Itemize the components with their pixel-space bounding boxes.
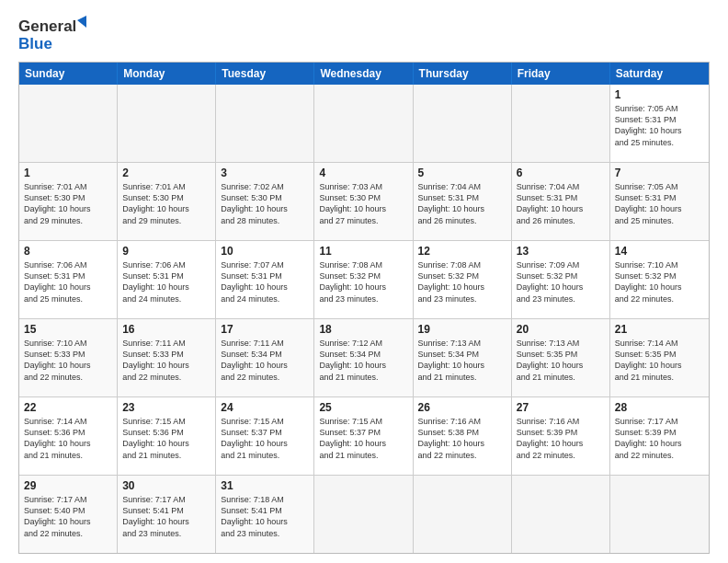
calendar-row: 1Sunrise: 7:01 AMSunset: 5:30 PMDaylight… [19, 163, 709, 241]
day-cell: 28Sunrise: 7:17 AMSunset: 5:39 PMDayligh… [610, 397, 709, 475]
day-cell: 31Sunrise: 7:18 AMSunset: 5:41 PMDayligh… [216, 476, 314, 553]
day-number: 22 [24, 400, 112, 415]
day-number: 13 [517, 244, 605, 259]
day-cell: 21Sunrise: 7:14 AMSunset: 5:35 PMDayligh… [610, 319, 709, 396]
weekday-header: Friday [512, 63, 610, 85]
empty-cell [414, 476, 512, 553]
day-cell: 1Sunrise: 7:05 AMSunset: 5:31 PMDaylight… [610, 85, 709, 162]
day-number: 16 [122, 322, 210, 337]
empty-cell [414, 85, 512, 162]
day-info: Sunrise: 7:06 AMSunset: 5:31 PMDaylight:… [122, 259, 210, 304]
day-cell: 8Sunrise: 7:06 AMSunset: 5:31 PMDaylight… [19, 241, 118, 318]
day-info: Sunrise: 7:14 AMSunset: 5:35 PMDaylight:… [615, 338, 704, 383]
day-number: 17 [221, 322, 309, 337]
day-number: 23 [122, 400, 210, 415]
day-cell: 9Sunrise: 7:06 AMSunset: 5:31 PMDaylight… [118, 241, 216, 318]
day-info: Sunrise: 7:01 AMSunset: 5:30 PMDaylight:… [24, 181, 112, 226]
day-cell: 22Sunrise: 7:14 AMSunset: 5:36 PMDayligh… [19, 397, 118, 475]
day-number: 21 [615, 322, 704, 337]
day-info: Sunrise: 7:13 AMSunset: 5:35 PMDaylight:… [517, 338, 605, 383]
empty-cell [512, 476, 610, 553]
day-cell: 15Sunrise: 7:10 AMSunset: 5:33 PMDayligh… [19, 319, 118, 396]
logo: GeneralBlue [18, 15, 92, 56]
day-number: 15 [24, 322, 112, 337]
day-number: 31 [221, 478, 309, 493]
day-cell: 5Sunrise: 7:04 AMSunset: 5:31 PMDaylight… [414, 163, 512, 240]
day-info: Sunrise: 7:17 AMSunset: 5:40 PMDaylight:… [24, 494, 112, 539]
day-number: 9 [122, 244, 210, 259]
calendar-row: 15Sunrise: 7:10 AMSunset: 5:33 PMDayligh… [19, 319, 709, 397]
day-number: 25 [319, 400, 407, 415]
day-cell: 20Sunrise: 7:13 AMSunset: 5:35 PMDayligh… [512, 319, 610, 396]
day-cell: 4Sunrise: 7:03 AMSunset: 5:30 PMDaylight… [314, 163, 413, 240]
day-cell: 23Sunrise: 7:15 AMSunset: 5:36 PMDayligh… [118, 397, 216, 475]
day-info: Sunrise: 7:16 AMSunset: 5:38 PMDaylight:… [418, 416, 506, 461]
day-cell: 14Sunrise: 7:10 AMSunset: 5:32 PMDayligh… [610, 241, 709, 318]
day-info: Sunrise: 7:10 AMSunset: 5:33 PMDaylight:… [24, 338, 112, 383]
day-info: Sunrise: 7:15 AMSunset: 5:37 PMDaylight:… [221, 416, 309, 461]
day-info: Sunrise: 7:13 AMSunset: 5:34 PMDaylight:… [418, 338, 506, 383]
day-info: Sunrise: 7:03 AMSunset: 5:30 PMDaylight:… [319, 181, 407, 226]
day-number: 29 [24, 478, 112, 493]
calendar-row: 8Sunrise: 7:06 AMSunset: 5:31 PMDaylight… [19, 241, 709, 319]
day-cell: 16Sunrise: 7:11 AMSunset: 5:33 PMDayligh… [118, 319, 216, 396]
logo-svg: GeneralBlue [18, 15, 92, 56]
day-cell: 13Sunrise: 7:09 AMSunset: 5:32 PMDayligh… [512, 241, 610, 318]
day-number: 3 [221, 166, 309, 180]
day-info: Sunrise: 7:11 AMSunset: 5:34 PMDaylight:… [221, 338, 309, 383]
day-cell: 3Sunrise: 7:02 AMSunset: 5:30 PMDaylight… [216, 163, 314, 240]
day-cell: 27Sunrise: 7:16 AMSunset: 5:39 PMDayligh… [512, 397, 610, 475]
empty-cell [19, 85, 118, 162]
calendar-row: 1Sunrise: 7:05 AMSunset: 5:31 PMDaylight… [19, 85, 709, 163]
svg-text:General: General [18, 17, 76, 35]
day-cell: 2Sunrise: 7:01 AMSunset: 5:30 PMDaylight… [118, 163, 216, 240]
day-info: Sunrise: 7:08 AMSunset: 5:32 PMDaylight:… [418, 259, 506, 304]
day-cell: 12Sunrise: 7:08 AMSunset: 5:32 PMDayligh… [414, 241, 512, 318]
day-number: 10 [221, 244, 309, 259]
day-info: Sunrise: 7:15 AMSunset: 5:36 PMDaylight:… [122, 416, 210, 461]
calendar-body: 1Sunrise: 7:05 AMSunset: 5:31 PMDaylight… [19, 85, 709, 553]
empty-cell [216, 85, 314, 162]
day-cell: 18Sunrise: 7:12 AMSunset: 5:34 PMDayligh… [314, 319, 413, 396]
empty-cell [512, 85, 610, 162]
day-cell: 24Sunrise: 7:15 AMSunset: 5:37 PMDayligh… [216, 397, 314, 475]
day-number: 26 [418, 400, 506, 415]
day-number: 5 [418, 166, 506, 180]
day-number: 2 [122, 166, 210, 180]
empty-cell [314, 85, 413, 162]
calendar: SundayMondayTuesdayWednesdayThursdayFrid… [18, 62, 710, 554]
day-number: 28 [615, 400, 704, 415]
day-number: 6 [517, 166, 605, 180]
day-info: Sunrise: 7:05 AMSunset: 5:31 PMDaylight:… [615, 103, 704, 148]
weekday-header: Saturday [610, 63, 709, 85]
weekday-header: Tuesday [216, 63, 314, 85]
day-info: Sunrise: 7:17 AMSunset: 5:39 PMDaylight:… [615, 416, 704, 461]
day-info: Sunrise: 7:02 AMSunset: 5:30 PMDaylight:… [221, 181, 309, 226]
day-number: 4 [319, 166, 407, 180]
day-number: 30 [122, 478, 210, 493]
empty-cell [314, 476, 413, 553]
day-info: Sunrise: 7:01 AMSunset: 5:30 PMDaylight:… [122, 181, 210, 226]
day-cell: 26Sunrise: 7:16 AMSunset: 5:38 PMDayligh… [414, 397, 512, 475]
day-number: 27 [517, 400, 605, 415]
day-number: 7 [615, 166, 704, 180]
weekday-header: Wednesday [314, 63, 413, 85]
day-info: Sunrise: 7:14 AMSunset: 5:36 PMDaylight:… [24, 416, 112, 461]
svg-marker-1 [77, 16, 86, 28]
weekday-header: Thursday [414, 63, 512, 85]
day-info: Sunrise: 7:17 AMSunset: 5:41 PMDaylight:… [122, 494, 210, 539]
day-info: Sunrise: 7:06 AMSunset: 5:31 PMDaylight:… [24, 259, 112, 304]
calendar-row: 22Sunrise: 7:14 AMSunset: 5:36 PMDayligh… [19, 397, 709, 476]
day-number: 1 [24, 166, 112, 180]
empty-cell [118, 85, 216, 162]
day-cell: 6Sunrise: 7:04 AMSunset: 5:31 PMDaylight… [512, 163, 610, 240]
day-info: Sunrise: 7:10 AMSunset: 5:32 PMDaylight:… [615, 259, 704, 304]
weekday-header: Sunday [19, 63, 118, 85]
day-info: Sunrise: 7:05 AMSunset: 5:31 PMDaylight:… [615, 181, 704, 226]
day-info: Sunrise: 7:11 AMSunset: 5:33 PMDaylight:… [122, 338, 210, 383]
day-number: 19 [418, 322, 506, 337]
day-cell: 30Sunrise: 7:17 AMSunset: 5:41 PMDayligh… [118, 476, 216, 553]
day-cell: 25Sunrise: 7:15 AMSunset: 5:37 PMDayligh… [314, 397, 413, 475]
day-number: 1 [615, 87, 704, 102]
day-number: 12 [418, 244, 506, 259]
